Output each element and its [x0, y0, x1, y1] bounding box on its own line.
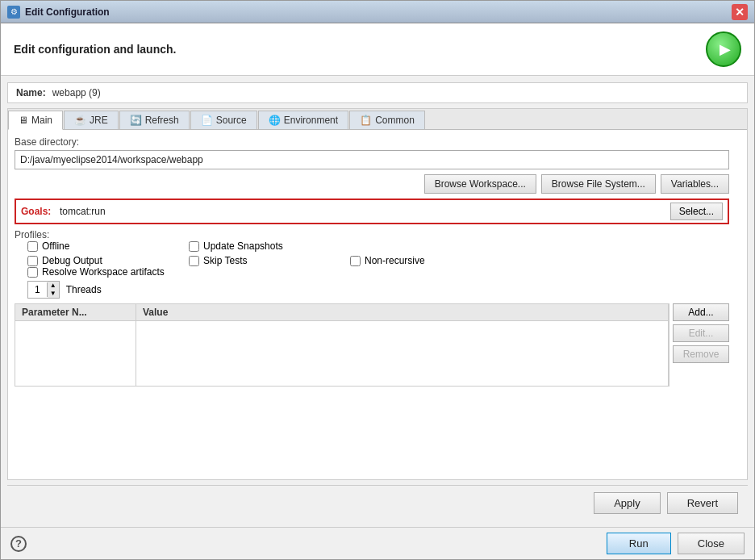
params-table-body [15, 321, 669, 386]
config-panel: 🖥 Main ☕ JRE 🔄 Refresh 📄 Source 🌐 [7, 108, 748, 480]
run-button[interactable]: Run [607, 533, 671, 554]
tab-common-label: Common [375, 115, 415, 126]
params-table: Parameter N... Value [15, 303, 669, 387]
panel-body: Base directory: Browse Workspace... Brow… [8, 130, 747, 479]
skip-tests-label: Skip Tests [203, 255, 247, 266]
footer: ? Run Close [1, 527, 754, 559]
tab-common[interactable]: 📋 Common [349, 111, 425, 129]
tab-jre[interactable]: ☕ JRE [64, 111, 119, 129]
threads-up-button[interactable]: ▲ [48, 282, 59, 290]
offline-checkbox[interactable] [27, 241, 38, 252]
footer-buttons: Run Close [607, 533, 745, 554]
params-col-name: Parameter N... [15, 304, 136, 320]
params-wrapper: Parameter N... Value Add... Edit... Remo… [15, 303, 729, 387]
resolve-row: Resolve Workspace artifacts [27, 266, 729, 278]
threads-label: Threads [66, 284, 102, 295]
params-col-value: Value [136, 304, 669, 320]
browse-buttons-row: Browse Workspace... Browse File System..… [15, 174, 729, 194]
non-recursive-checkbox[interactable] [350, 256, 361, 266]
name-value: webapp (9) [52, 87, 101, 98]
non-recursive-label: Non-recursive [365, 255, 425, 266]
browse-workspace-button[interactable]: Browse Workspace... [424, 174, 536, 194]
window-title: Edit Configuration [25, 6, 732, 18]
close-button[interactable]: ✕ [732, 4, 748, 20]
main-content: Name: webapp (9) 🖥 Main ☕ JRE 🔄 Refresh [1, 76, 754, 527]
tab-refresh-label: Refresh [145, 115, 179, 126]
window-icon: ⚙ [7, 6, 20, 19]
offline-label: Offline [42, 240, 69, 252]
base-directory-field: Base directory: [15, 136, 740, 169]
jre-tab-icon: ☕ [74, 115, 86, 126]
title-bar: ⚙ Edit Configuration ✕ [1, 1, 754, 23]
close-footer-button[interactable]: Close [678, 533, 745, 554]
goals-label: Goals: [21, 206, 53, 217]
help-button[interactable]: ? [10, 536, 27, 552]
refresh-tab-icon: 🔄 [130, 115, 142, 126]
remove-param-button[interactable]: Remove [673, 345, 729, 363]
header-title: Edit configuration and launch. [14, 43, 176, 56]
base-directory-input[interactable] [15, 150, 729, 169]
debug-output-checkbox[interactable] [27, 256, 38, 266]
main-window: ⚙ Edit Configuration ✕ Edit configuratio… [0, 0, 755, 560]
debug-output-label: Debug Output [42, 255, 102, 266]
profiles-section: Profiles: Offline Update Snapshots [15, 229, 729, 299]
threads-spinner[interactable]: 1 ▲ ▼ [27, 281, 60, 299]
bottom-buttons: Apply Revert [7, 485, 748, 520]
offline-checkbox-item: Offline [27, 240, 189, 252]
params-side-buttons: Add... Edit... Remove [673, 303, 729, 363]
tab-refresh[interactable]: 🔄 Refresh [119, 111, 190, 129]
apply-button[interactable]: Apply [594, 492, 661, 514]
profiles-label: Profiles: [15, 229, 49, 240]
threads-row: 1 ▲ ▼ Threads [27, 281, 729, 299]
tab-main-label: Main [31, 115, 52, 126]
environment-tab-icon: 🌐 [269, 115, 281, 126]
params-name-col [15, 321, 136, 386]
resolve-workspace-checkbox[interactable] [27, 267, 38, 278]
browse-filesystem-button[interactable]: Browse File System... [541, 174, 656, 194]
tab-environment-label: Environment [284, 115, 338, 126]
source-tab-icon: 📄 [201, 115, 213, 126]
tabs-bar: 🖥 Main ☕ JRE 🔄 Refresh 📄 Source 🌐 [8, 109, 747, 130]
checkboxes-grid: Offline Update Snapshots Debug Output [27, 240, 729, 266]
tab-source[interactable]: 📄 Source [190, 111, 257, 129]
tab-main[interactable]: 🖥 Main [8, 111, 63, 130]
add-param-button[interactable]: Add... [673, 303, 729, 321]
threads-down-button[interactable]: ▼ [48, 290, 59, 298]
goals-select-button[interactable]: Select... [670, 203, 723, 220]
tab-jre-label: JRE [90, 115, 108, 126]
common-tab-icon: 📋 [360, 115, 372, 126]
edit-param-button[interactable]: Edit... [673, 324, 729, 342]
skip-tests-checkbox-item: Skip Tests [189, 255, 350, 266]
main-tab-icon: 🖥 [19, 115, 28, 126]
update-snapshots-label: Update Snapshots [203, 240, 283, 252]
tab-environment[interactable]: 🌐 Environment [258, 111, 348, 129]
update-snapshots-checkbox[interactable] [189, 241, 199, 252]
tab-source-label: Source [216, 115, 247, 126]
threads-value: 1 [28, 282, 48, 297]
params-value-col [136, 321, 669, 386]
name-row: Name: webapp (9) [7, 82, 748, 103]
threads-arrows: ▲ ▼ [48, 282, 59, 298]
debug-output-checkbox-item: Debug Output [27, 255, 189, 266]
base-directory-label: Base directory: [15, 136, 740, 148]
skip-tests-checkbox[interactable] [189, 256, 199, 266]
goals-input[interactable] [60, 206, 664, 217]
name-label: Name: [16, 87, 46, 98]
run-launch-button[interactable] [706, 31, 741, 67]
params-table-header: Parameter N... Value [15, 304, 669, 321]
goals-row: Goals: Select... [15, 199, 729, 224]
variables-button[interactable]: Variables... [661, 174, 729, 194]
header-section: Edit configuration and launch. [1, 23, 754, 76]
update-snapshots-checkbox-item: Update Snapshots [189, 240, 350, 252]
revert-button[interactable]: Revert [667, 492, 738, 514]
resolve-workspace-label: Resolve Workspace artifacts [42, 266, 165, 278]
non-recursive-checkbox-item: Non-recursive [350, 255, 495, 266]
